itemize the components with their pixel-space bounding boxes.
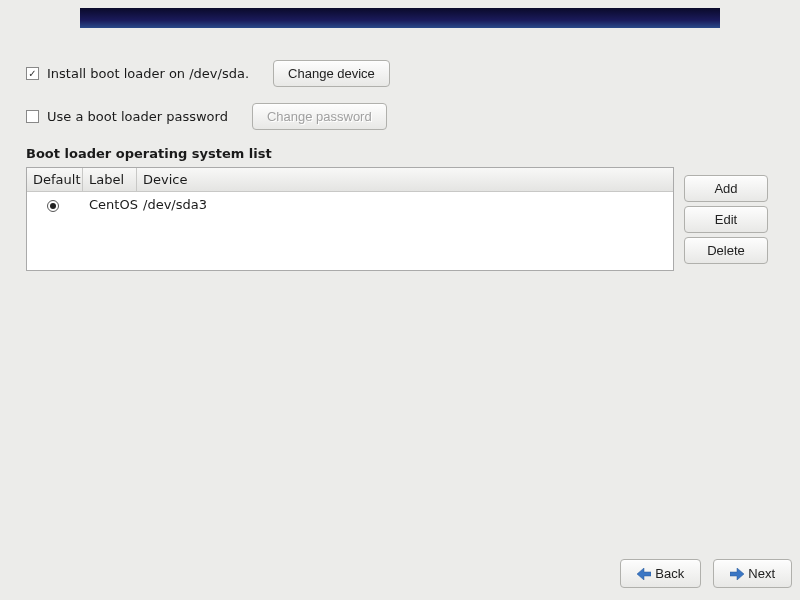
default-radio[interactable]	[47, 200, 59, 212]
os-list-title: Boot loader operating system list	[26, 146, 774, 161]
header-default[interactable]: Default	[27, 168, 83, 191]
back-label: Back	[655, 566, 684, 581]
back-button[interactable]: Back	[620, 559, 701, 588]
main-content: ✓ Install boot loader on /dev/sda. Chang…	[26, 60, 774, 271]
next-label: Next	[748, 566, 775, 581]
install-bootloader-label: Install boot loader on /dev/sda.	[47, 66, 249, 81]
arrow-right-icon	[730, 568, 744, 580]
side-button-group: Add Edit Delete	[684, 175, 768, 264]
table-row[interactable]: CentOS /dev/sda3	[27, 192, 673, 216]
use-password-row: Use a boot loader password Change passwo…	[26, 103, 774, 130]
cell-device: /dev/sda3	[137, 197, 673, 212]
install-bootloader-checkbox[interactable]: ✓	[26, 67, 39, 80]
footer-nav: Back Next	[620, 559, 792, 588]
install-bootloader-row: ✓ Install boot loader on /dev/sda. Chang…	[26, 60, 774, 87]
cell-default	[27, 197, 83, 212]
change-device-button[interactable]: Change device	[273, 60, 390, 87]
edit-button[interactable]: Edit	[684, 206, 768, 233]
cell-label: CentOS	[83, 197, 137, 212]
delete-button[interactable]: Delete	[684, 237, 768, 264]
header-label[interactable]: Label	[83, 168, 137, 191]
arrow-left-icon	[637, 568, 651, 580]
change-password-button: Change password	[252, 103, 387, 130]
next-button[interactable]: Next	[713, 559, 792, 588]
os-list-table: Default Label Device CentOS /dev/sda3	[26, 167, 674, 271]
add-button[interactable]: Add	[684, 175, 768, 202]
table-header: Default Label Device	[27, 168, 673, 192]
use-password-checkbox[interactable]	[26, 110, 39, 123]
header-device[interactable]: Device	[137, 168, 673, 191]
os-list-wrap: Default Label Device CentOS /dev/sda3 Ad…	[26, 167, 774, 271]
use-password-label: Use a boot loader password	[47, 109, 228, 124]
header-banner	[80, 8, 720, 28]
